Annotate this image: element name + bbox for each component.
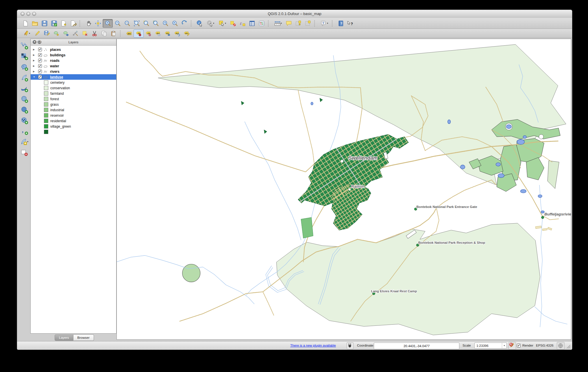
remove-layer-button[interactable]	[19, 148, 29, 157]
add-feature-button[interactable]	[51, 30, 61, 37]
open-project-button[interactable]	[30, 19, 40, 27]
add-delimited-text-button[interactable]: ,	[19, 127, 29, 135]
layer-row-buildings[interactable]: ▶✓buildings	[31, 52, 116, 58]
landuse-class-row[interactable]	[31, 129, 116, 135]
whats-this-button[interactable]: ?	[345, 19, 355, 27]
pan-map-button[interactable]	[84, 19, 93, 27]
add-spatialite-layer-button[interactable]	[19, 73, 29, 82]
identify-button[interactable]: i	[195, 19, 204, 27]
label-rotate-button[interactable]: abc	[172, 30, 182, 37]
layer-visibility-checkbox[interactable]: ✓	[38, 64, 42, 68]
add-wfs-layer-button[interactable]	[19, 116, 29, 125]
expander-icon[interactable]: ▶	[33, 65, 36, 67]
minimize-window-button[interactable]	[26, 12, 30, 16]
landuse-class-row-industrial[interactable]: industrial	[31, 107, 116, 113]
panel-float-icon[interactable]: ❐	[38, 40, 41, 44]
help-button[interactable]: ?	[336, 19, 345, 27]
paste-features-button[interactable]	[109, 30, 118, 37]
new-project-button[interactable]	[21, 19, 30, 27]
zoom-full-button[interactable]	[132, 19, 141, 27]
layer-visibility-checkbox[interactable]: ✓	[38, 48, 42, 51]
landuse-class-row-village_green[interactable]: village_green	[31, 124, 116, 129]
landuse-class-row-reservoir[interactable]: reservoir	[31, 113, 116, 118]
cut-features-button[interactable]	[90, 30, 99, 37]
layer-row-places[interactable]: ▶✓places	[31, 47, 116, 52]
stop-render-icon[interactable]	[509, 342, 516, 349]
field-calculator-button[interactable]	[257, 19, 266, 27]
zoom-in-button[interactable]	[103, 19, 113, 28]
feature-action-button[interactable]: ▾	[204, 19, 216, 27]
add-mssql-layer-button[interactable]	[19, 84, 29, 93]
chevron-down-icon[interactable]: ▾	[327, 22, 328, 25]
expander-icon[interactable]: ▶	[33, 70, 36, 73]
coordinate-input[interactable]	[374, 343, 459, 349]
add-wcs-layer-button[interactable]	[19, 105, 29, 114]
expander-icon[interactable]: ▼	[33, 76, 36, 78]
current-edits-button[interactable]: ▾	[21, 30, 32, 37]
add-raster-layer-button[interactable]	[19, 52, 29, 61]
select-by-expression-button[interactable]: ε	[238, 19, 247, 27]
attribute-table-button[interactable]	[247, 19, 257, 27]
label-hold-button[interactable]: ab	[144, 30, 153, 37]
label-show-hide-button[interactable]: abc	[153, 30, 163, 37]
layer-visibility-checkbox[interactable]: ✓	[38, 59, 42, 62]
show-bookmarks-button[interactable]	[303, 19, 313, 27]
select-features-button[interactable]: ▾	[216, 19, 228, 27]
new-shapefile-layer-button[interactable]: ▾	[19, 137, 29, 146]
expander-icon[interactable]: ▶	[33, 48, 36, 51]
zoom-native-button[interactable]: 1:1	[122, 19, 132, 27]
save-layer-edits-button[interactable]	[42, 30, 51, 37]
render-checkbox[interactable]: ✓	[517, 344, 521, 347]
layer-row-roads[interactable]: ▶✓roads	[31, 58, 116, 63]
landuse-class-row-conservation[interactable]: conservation	[31, 85, 116, 91]
map-tips-button[interactable]	[284, 19, 293, 27]
new-bookmark-button[interactable]	[293, 19, 303, 27]
layer-visibility-checkbox[interactable]: ✓	[38, 70, 42, 73]
landuse-class-row-cemetery[interactable]: cemetery	[31, 80, 116, 85]
landuse-class-row-residential[interactable]: residential	[31, 118, 116, 124]
zoom-to-selection-button[interactable]	[141, 19, 151, 27]
label-pin-button[interactable]: ab	[134, 29, 144, 38]
node-tool-button[interactable]	[71, 30, 80, 37]
tab-layers[interactable]: Layers	[55, 334, 73, 341]
toggle-editing-button[interactable]	[32, 30, 42, 37]
refresh-button[interactable]	[180, 19, 189, 27]
move-feature-button[interactable]	[61, 30, 71, 37]
chevron-down-icon[interactable]: ▾	[225, 22, 226, 25]
zoom-next-button[interactable]	[170, 19, 180, 27]
new-composer-button[interactable]	[59, 19, 68, 27]
add-postgis-layer-button[interactable]	[19, 62, 29, 71]
delete-selected-button[interactable]	[80, 30, 90, 37]
layer-visibility-checkbox[interactable]: ✓	[38, 53, 42, 57]
landuse-class-row-farmland[interactable]: farmland	[31, 91, 116, 96]
pan-to-selection-button[interactable]	[93, 19, 103, 27]
chevron-down-icon[interactable]: ▾	[281, 22, 282, 25]
plugin-manager-icon[interactable]	[347, 342, 354, 349]
chevron-down-icon[interactable]: ▾	[27, 140, 28, 143]
tab-browser[interactable]: Browser	[73, 334, 94, 341]
expander-icon[interactable]: ▶	[33, 59, 36, 62]
scale-combo[interactable]: 1:23396 ▾	[474, 343, 507, 349]
label-move-button[interactable]: abc	[163, 30, 172, 37]
layer-row-water[interactable]: ▶✓water	[31, 63, 116, 69]
text-annotation-button[interactable]: T▾	[318, 19, 330, 27]
save-project-button[interactable]	[40, 19, 49, 27]
layer-row-landuse[interactable]: ▼✓landuse	[31, 74, 116, 80]
crs-projector-icon[interactable]	[557, 342, 565, 349]
landuse-class-row-forest[interactable]: forest	[31, 96, 116, 102]
save-project-as-button[interactable]	[49, 19, 59, 27]
new-plugin-link[interactable]: There is a new plugin available	[290, 341, 336, 350]
chevron-down-icon[interactable]: ▾	[29, 32, 30, 35]
resize-grip[interactable]	[567, 345, 571, 349]
expander-icon[interactable]: ▶	[33, 54, 36, 56]
close-window-button[interactable]	[21, 12, 25, 16]
zoom-window-button[interactable]	[32, 12, 36, 16]
layer-visibility-checkbox[interactable]: ✓	[38, 75, 42, 79]
map-canvas[interactable]: SwellendamRailtonBontebok National Park …	[117, 39, 571, 340]
add-vector-layer-button[interactable]	[19, 41, 29, 50]
layer-row-rivers[interactable]: ▶✓rivers	[31, 69, 116, 74]
copy-features-button[interactable]	[99, 30, 109, 37]
layer-labeling-button[interactable]: abc	[124, 30, 134, 37]
zoom-last-button[interactable]	[160, 19, 170, 27]
deselect-features-button[interactable]	[228, 19, 238, 27]
